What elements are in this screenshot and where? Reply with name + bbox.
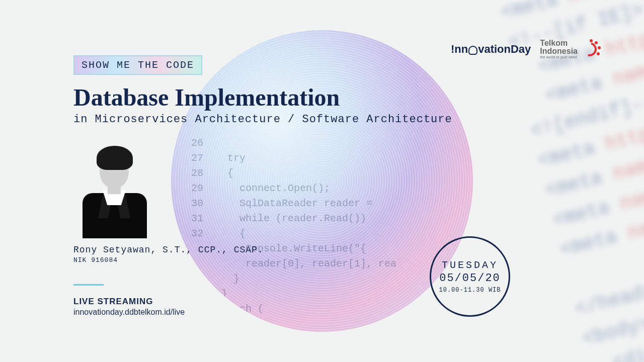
schedule-date: 05/05/20 — [439, 272, 501, 285]
telkom-indonesia-logo: Telkom Indonesia the world in your hand — [540, 39, 599, 59]
telkom-line-1: Telkom — [540, 39, 578, 47]
live-streaming-url: innovationday.ddbtelkom.id/live — [73, 308, 185, 317]
logo-row: !nnvationDay Telkom Indonesia the world … — [451, 39, 599, 59]
speaker-nik: NIK 916084 — [73, 256, 118, 264]
logo-text-prefix: !nn — [451, 43, 468, 56]
divider — [73, 284, 104, 286]
innovation-day-logo: !nnvationDay — [451, 43, 531, 56]
logo-text-suffix: vationDay — [478, 43, 531, 56]
schedule-badge: TUESDAY 05/05/20 10.00-11.30 WIB — [430, 236, 510, 317]
speaker-photo — [79, 147, 150, 237]
talk-subtitle: in Microservices Architecture / Software… — [73, 113, 452, 126]
lightbulb-icon — [468, 46, 477, 55]
speaker-name: Rony Setyawan, S.T., CCP., CSAP. — [73, 245, 264, 255]
telkom-swirl-icon — [581, 40, 599, 58]
event-series-tag: SHOW ME THE CODE — [73, 55, 202, 75]
telkom-line-2: Indonesia — [540, 47, 578, 55]
decorative-circle: 26 27 try 28 { 29 connect.Open(); 30 Sql… — [171, 30, 473, 332]
schedule-day: TUESDAY — [442, 259, 498, 271]
live-streaming-label: LIVE STREAMING — [73, 297, 153, 307]
circle-code-texture: 26 27 try 28 { 29 connect.Open(); 30 Sql… — [191, 136, 396, 332]
telkom-tagline: the world in your hand — [540, 55, 578, 59]
schedule-time: 10.00-11.30 WIB — [439, 287, 501, 294]
talk-title: Database Implementation — [73, 83, 340, 111]
